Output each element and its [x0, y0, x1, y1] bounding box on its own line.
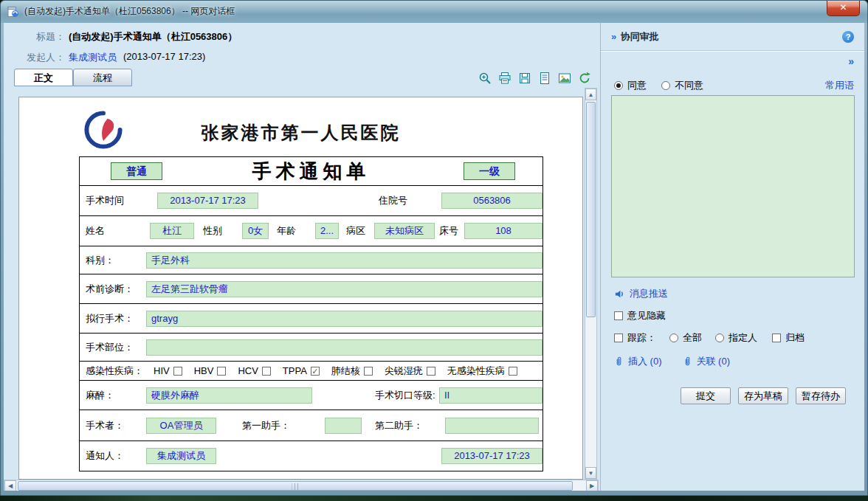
level-badge[interactable]: 一级: [464, 162, 515, 180]
form-header-row: 手术通知单 普通 一级: [80, 157, 542, 185]
archive-checkbox[interactable]: [772, 334, 781, 342]
infectious-disease-label: HCV: [238, 365, 258, 376]
horizontal-scroll-thumb[interactable]: [18, 481, 573, 491]
scroll-thumb-grip: [292, 483, 299, 490]
common-phrases-link[interactable]: 常用语: [825, 79, 854, 92]
notifier-field[interactable]: 集成测试员: [146, 448, 216, 464]
surgery-site-field[interactable]: [146, 339, 542, 356]
disagree-label: 不同意: [675, 79, 703, 92]
gender-label: 性别: [203, 224, 222, 238]
horizontal-scrollbar[interactable]: ◀ ▶: [4, 480, 599, 491]
save-icon[interactable]: [518, 72, 531, 85]
age-field[interactable]: 2...: [315, 223, 339, 239]
save-draft-button[interactable]: 存为草稿: [738, 387, 788, 404]
close-button[interactable]: ✕: [827, 1, 860, 16]
refresh-icon[interactable]: [578, 72, 591, 85]
decision-radio-group: 同意 不同意: [614, 79, 703, 92]
scroll-up-button[interactable]: ▲: [585, 89, 596, 100]
admission-no-field[interactable]: 0563806: [441, 193, 542, 209]
infectious-disease-checkbox[interactable]: [364, 367, 373, 376]
scroll-right-button[interactable]: ▶: [586, 480, 598, 491]
infectious-disease-checkbox[interactable]: [217, 367, 226, 376]
vertical-scrollbar[interactable]: ▲ ▼: [585, 88, 597, 480]
track-checkbox[interactable]: [614, 334, 623, 342]
gender-field[interactable]: 0女: [242, 223, 269, 239]
surgery-time-field[interactable]: 2013-07-17 17:23: [157, 193, 258, 209]
paperclip-icon: [614, 356, 624, 367]
paperclip-icon: [683, 356, 692, 367]
initiator-name-link[interactable]: 集成测试员: [69, 51, 117, 64]
infectious-disease-label: TPPA: [283, 365, 307, 376]
scroll-down-button[interactable]: ▼: [585, 467, 596, 479]
assistant2-field[interactable]: [445, 418, 539, 434]
help-icon[interactable]: ?: [842, 31, 854, 43]
surgery-time-label: 手术时间: [86, 194, 124, 207]
initiator-time: (2013-07-17 17:23): [123, 51, 205, 62]
doc-title-label: 标题：: [36, 30, 65, 44]
attachment-row: 插入 (0) 关联 (0): [614, 355, 730, 368]
track-all-radio[interactable]: [669, 334, 678, 342]
form-row-department: 科别： 手足外科: [80, 246, 542, 274]
print-icon[interactable]: [498, 72, 512, 85]
panel-collapse-chevron-icon[interactable]: »: [848, 55, 854, 67]
ward-label: 病区: [346, 224, 365, 238]
track-assignee-radio[interactable]: [715, 334, 724, 342]
chevron-right-icon: »: [611, 31, 616, 42]
notify-time-field[interactable]: 2013-07-17 17:23: [441, 448, 542, 464]
track-assignee-label: 指定人: [728, 331, 757, 345]
assistant2-label: 第二助手：: [375, 419, 423, 432]
screen: (自动发起)手术通知单（杜江0563806） -- 网页对话框 ✕ 标题： (自…: [0, 0, 868, 501]
message-push-link[interactable]: 消息推送: [630, 287, 668, 300]
hide-opinion-row: 意见隐藏: [614, 309, 666, 322]
infectious-disease-checkbox[interactable]: [262, 367, 271, 376]
zoom-icon[interactable]: [478, 72, 492, 85]
window-title: (自动发起)手术通知单（杜江0563806） -- 网页对话框: [24, 1, 235, 23]
infectious-disease-label: 尖锐湿疣: [385, 364, 423, 378]
priority-badge[interactable]: 普通: [111, 162, 162, 180]
scroll-left-button[interactable]: ◀: [4, 480, 16, 491]
surgeon-field[interactable]: OA管理员: [146, 418, 216, 434]
infectious-item: HBV: [194, 365, 227, 376]
ward-field[interactable]: 未知病区: [374, 223, 435, 239]
document-page: 张家港市第一人民医院 手术通知单 普通 一级 手术时间 2013-07-17 1…: [18, 97, 583, 480]
infectious-item: 肺结核: [331, 364, 373, 378]
disagree-radio[interactable]: [661, 81, 670, 90]
infectious-disease-label: 无感染性疾病: [447, 364, 505, 378]
action-buttons: 提交 存为草稿 暂存待办: [601, 387, 846, 404]
form-row-notifier: 通知人： 集成测试员 2013-07-17 17:23: [80, 440, 542, 471]
name-label: 姓名: [86, 224, 105, 238]
insert-link[interactable]: 插入 (0): [628, 355, 662, 368]
agree-radio[interactable]: [614, 81, 623, 90]
approval-panel-title: » 协同审批: [611, 23, 659, 51]
bed-field[interactable]: 108: [464, 223, 542, 239]
speaker-icon: [614, 288, 625, 300]
dialog-window: (自动发起)手术通知单（杜江0563806） -- 网页对话框 ✕ 标题： (自…: [0, 0, 868, 496]
submit-button[interactable]: 提交: [681, 387, 731, 404]
hold-button[interactable]: 暂存待办: [796, 387, 846, 404]
hide-opinion-checkbox[interactable]: [614, 311, 623, 320]
form-row-planned-surgery: 拟行手术： gtrayg: [80, 303, 542, 333]
name-field[interactable]: 杜江: [150, 223, 194, 239]
relate-link[interactable]: 关联 (0): [697, 355, 731, 368]
infectious-disease-checkbox[interactable]: [311, 367, 320, 376]
infectious-disease-checkbox[interactable]: [427, 367, 435, 376]
approval-panel: » 协同审批 ? » 同意 不同意 常用语: [600, 23, 864, 491]
planned-surgery-field[interactable]: gtrayg: [146, 311, 542, 327]
incision-level-field[interactable]: II: [439, 387, 542, 404]
notes-icon[interactable]: [538, 72, 551, 85]
assistant1-field[interactable]: [325, 418, 362, 434]
tab-body[interactable]: 正文: [14, 69, 73, 86]
image-icon[interactable]: [558, 72, 571, 85]
opinion-textarea[interactable]: [611, 95, 855, 277]
anesthesia-field[interactable]: 硬膜外麻醉: [146, 387, 312, 404]
department-field[interactable]: 手足外科: [146, 252, 542, 269]
infectious-disease-checkbox[interactable]: [509, 367, 517, 376]
tab-flow[interactable]: 流程: [73, 69, 132, 86]
infectious-disease-checkbox[interactable]: [173, 367, 182, 376]
infectious-label: 感染性疾病：: [86, 364, 143, 378]
agree-label: 同意: [627, 79, 647, 92]
infectious-disease-label: 肺结核: [331, 364, 360, 378]
diagnosis-field[interactable]: 左足第三趾软骨瘤: [146, 281, 542, 297]
vertical-scroll-thumb[interactable]: [586, 102, 596, 317]
surgeon-label: 手术者：: [86, 419, 124, 432]
